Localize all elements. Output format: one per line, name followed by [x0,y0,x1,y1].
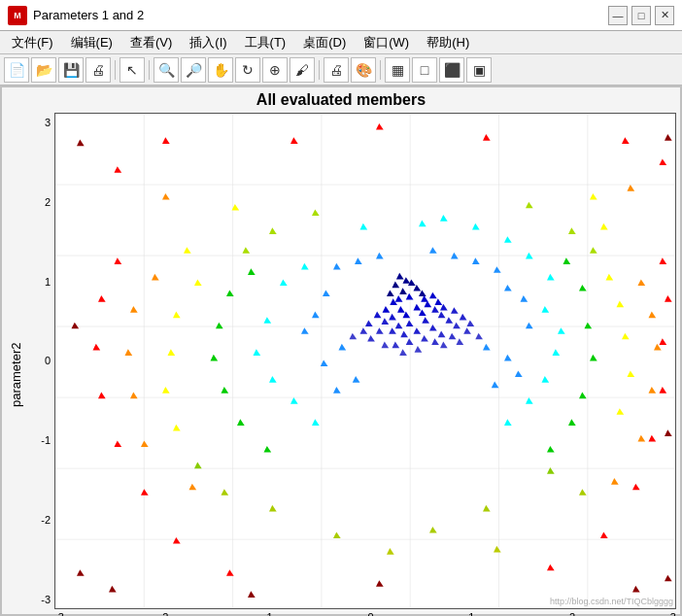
point [77,140,85,147]
menu-insert[interactable]: 插入(I) [182,32,234,53]
point [130,393,138,399]
new-file-button[interactable]: 📄 [4,57,29,83]
minimize-button[interactable]: — [608,6,628,25]
point [568,227,576,234]
point [353,376,360,383]
point [400,331,408,338]
separator-1 [115,60,116,80]
rotate-button[interactable]: ↻ [235,57,260,83]
y-tick-3: 3 [45,117,54,128]
menu-tools[interactable]: 工具(T) [237,32,294,53]
brush-button[interactable]: 🖌 [290,57,315,83]
point [563,257,571,264]
point [360,327,368,334]
y-tick-n2: -2 [41,514,54,526]
new-layout[interactable]: ▣ [466,57,492,83]
point [421,335,428,342]
menu-desktop[interactable]: 桌面(D) [295,32,354,53]
point [632,484,640,491]
menu-help[interactable]: 帮助(H) [419,32,477,53]
point [419,221,426,227]
point [222,387,229,394]
point [638,435,646,442]
title-bar: M Parameters 1 and 2 — □ ✕ [0,0,682,31]
point [431,306,439,313]
data-cursor-button[interactable]: ⊕ [262,57,288,83]
point [264,446,272,453]
point [312,209,320,216]
point [494,266,501,273]
point [579,285,587,291]
x-tick-n1: -1 [263,611,273,616]
point [98,393,106,399]
point [467,320,475,326]
close-button[interactable]: ✕ [655,6,674,25]
point [383,306,391,313]
point [422,317,429,324]
point [453,323,460,329]
dock-figure[interactable]: ⬛ [439,57,464,83]
y-tick-n1: -1 [41,434,54,446]
menu-view[interactable]: 查看(V) [122,32,180,53]
x-tick-n3: -3 [54,611,64,616]
point [141,489,149,496]
point [449,333,457,340]
separator-2 [149,60,150,80]
point [568,419,576,426]
plot-container: All evaluated members parameter2 3 2 1 0… [2,87,680,614]
point [446,317,454,324]
point [622,137,630,144]
point [290,397,298,404]
point [660,158,667,165]
hide-plot-tools[interactable]: □ [412,57,437,83]
point [579,393,587,399]
point [360,223,368,230]
zoom-in-button[interactable]: 🔍 [153,57,179,83]
point [665,429,672,436]
chart-wrapper: 3 2 1 0 -1 -2 -3 [27,113,676,616]
print2-button[interactable]: 🖨 [324,57,349,83]
point [665,134,672,141]
point [403,277,411,284]
scatter-plot: http://blog.csdn.net/TIQCblgggg [54,113,676,609]
point [649,387,657,394]
point [590,193,597,200]
point [579,489,587,496]
point [429,247,437,254]
pan-button[interactable]: ✋ [208,57,233,83]
point [649,435,657,442]
point [617,408,625,415]
colormap-button[interactable]: 🎨 [351,57,376,83]
point [632,586,640,593]
point [590,355,597,361]
point [406,338,414,345]
zoom-out-button[interactable]: 🔎 [181,57,206,83]
point [301,327,309,334]
menu-window[interactable]: 窗口(W) [356,32,417,53]
point [429,292,437,299]
point [72,323,80,329]
show-plot-tools[interactable]: ▦ [385,57,410,83]
print-button[interactable]: 🖨 [85,57,111,83]
open-button[interactable]: 📂 [31,57,56,83]
point [438,312,446,319]
select-button[interactable]: ↖ [119,57,145,83]
point [389,327,396,334]
point [628,370,635,377]
point [301,263,309,270]
point [264,317,272,324]
point [173,425,181,431]
point [269,505,277,512]
menu-file[interactable]: 文件(F) [4,32,61,53]
menu-edit[interactable]: 编辑(E) [63,32,120,53]
title-bar-left: M Parameters 1 and 2 [8,6,144,25]
point [333,263,341,270]
point [162,387,170,394]
point [93,344,101,351]
toolbar: 📄 📂 💾 🖨 ↖ 🔍 🔎 ✋ ↻ ⊕ 🖌 🖨 🎨 ▦ □ ⬛ ▣ [0,54,682,86]
maximize-button[interactable]: □ [631,6,651,25]
save-button[interactable]: 💾 [58,57,84,83]
point [611,478,619,485]
point [414,327,422,334]
point [504,355,512,361]
